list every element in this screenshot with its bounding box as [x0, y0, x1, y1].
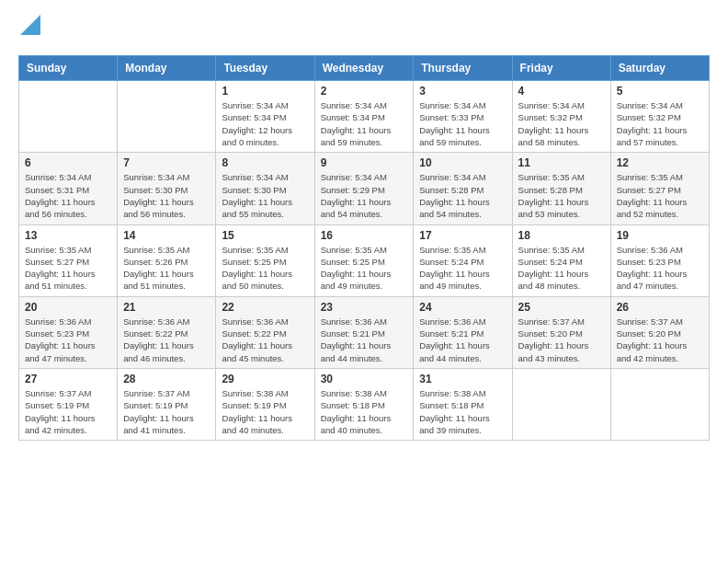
logo: [18, 18, 40, 40]
week-row-4: 20Sunrise: 5:36 AM Sunset: 5:23 PM Dayli…: [19, 296, 710, 368]
cell-content: Sunrise: 5:34 AM Sunset: 5:29 PM Dayligh…: [321, 171, 408, 220]
cell-content: Sunrise: 5:35 AM Sunset: 5:25 PM Dayligh…: [222, 244, 308, 293]
day-number: 18: [518, 229, 605, 242]
calendar-cell: 23Sunrise: 5:36 AM Sunset: 5:21 PM Dayli…: [314, 296, 414, 368]
day-number: 17: [419, 229, 506, 242]
day-number: 2: [321, 85, 408, 98]
calendar-cell: 26Sunrise: 5:37 AM Sunset: 5:20 PM Dayli…: [610, 296, 709, 368]
day-number: 4: [518, 85, 605, 98]
cell-content: Sunrise: 5:36 AM Sunset: 5:21 PM Dayligh…: [321, 316, 408, 364]
calendar-cell: 29Sunrise: 5:38 AM Sunset: 5:19 PM Dayli…: [216, 368, 314, 440]
calendar-cell: 7Sunrise: 5:34 AM Sunset: 5:30 PM Daylig…: [118, 153, 216, 224]
day-number: 20: [25, 301, 111, 314]
day-number: 12: [617, 156, 703, 169]
week-row-5: 27Sunrise: 5:37 AM Sunset: 5:19 PM Dayli…: [19, 368, 710, 440]
day-number: 14: [123, 229, 210, 242]
day-number: 23: [321, 301, 408, 314]
calendar-cell: 17Sunrise: 5:35 AM Sunset: 5:24 PM Dayli…: [414, 224, 512, 296]
cell-content: Sunrise: 5:36 AM Sunset: 5:22 PM Dayligh…: [222, 316, 308, 364]
day-number: 28: [123, 373, 210, 385]
calendar-cell: 12Sunrise: 5:35 AM Sunset: 5:27 PM Dayli…: [610, 153, 709, 224]
page-header: [18, 18, 710, 40]
day-number: 9: [321, 156, 408, 169]
cell-content: Sunrise: 5:35 AM Sunset: 5:24 PM Dayligh…: [518, 244, 605, 293]
day-number: 5: [617, 85, 703, 98]
calendar-cell: 18Sunrise: 5:35 AM Sunset: 5:24 PM Dayli…: [512, 224, 610, 296]
calendar-cell: 6Sunrise: 5:34 AM Sunset: 5:31 PM Daylig…: [19, 153, 118, 224]
cell-content: Sunrise: 5:35 AM Sunset: 5:27 PM Dayligh…: [617, 171, 703, 220]
cell-content: Sunrise: 5:37 AM Sunset: 5:20 PM Dayligh…: [617, 316, 703, 364]
day-number: 11: [518, 156, 605, 169]
day-number: 1: [222, 85, 308, 98]
day-number: 13: [25, 229, 111, 242]
day-number: 30: [321, 373, 408, 385]
week-row-1: 1Sunrise: 5:34 AM Sunset: 5:34 PM Daylig…: [19, 81, 710, 153]
calendar-cell: 4Sunrise: 5:34 AM Sunset: 5:32 PM Daylig…: [512, 81, 610, 153]
cell-content: Sunrise: 5:38 AM Sunset: 5:19 PM Dayligh…: [222, 387, 308, 436]
cell-content: Sunrise: 5:35 AM Sunset: 5:26 PM Dayligh…: [123, 244, 210, 293]
calendar-cell: 20Sunrise: 5:36 AM Sunset: 5:23 PM Dayli…: [19, 296, 118, 368]
week-row-2: 6Sunrise: 5:34 AM Sunset: 5:31 PM Daylig…: [19, 153, 710, 224]
calendar-cell: 13Sunrise: 5:35 AM Sunset: 5:27 PM Dayli…: [19, 224, 118, 296]
cell-content: Sunrise: 5:35 AM Sunset: 5:24 PM Dayligh…: [419, 244, 506, 293]
cell-content: Sunrise: 5:34 AM Sunset: 5:33 PM Dayligh…: [419, 99, 506, 148]
cell-content: Sunrise: 5:34 AM Sunset: 5:32 PM Dayligh…: [518, 99, 605, 148]
calendar-cell: 30Sunrise: 5:38 AM Sunset: 5:18 PM Dayli…: [314, 368, 414, 440]
header-cell-monday: Monday: [118, 56, 216, 81]
cell-content: Sunrise: 5:37 AM Sunset: 5:19 PM Dayligh…: [25, 387, 111, 436]
day-number: 31: [419, 373, 506, 385]
calendar-cell: 24Sunrise: 5:36 AM Sunset: 5:21 PM Dayli…: [414, 296, 512, 368]
cell-content: Sunrise: 5:35 AM Sunset: 5:25 PM Dayligh…: [321, 244, 408, 293]
calendar-cell: 3Sunrise: 5:34 AM Sunset: 5:33 PM Daylig…: [414, 81, 512, 153]
header-cell-thursday: Thursday: [414, 56, 512, 81]
week-row-3: 13Sunrise: 5:35 AM Sunset: 5:27 PM Dayli…: [19, 224, 710, 296]
cell-content: Sunrise: 5:37 AM Sunset: 5:20 PM Dayligh…: [518, 316, 605, 364]
day-number: 3: [419, 85, 506, 98]
calendar-cell: 27Sunrise: 5:37 AM Sunset: 5:19 PM Dayli…: [19, 368, 118, 440]
cell-content: Sunrise: 5:36 AM Sunset: 5:21 PM Dayligh…: [419, 316, 506, 364]
day-number: 19: [617, 229, 703, 242]
calendar-cell: 2Sunrise: 5:34 AM Sunset: 5:34 PM Daylig…: [314, 81, 414, 153]
header-cell-friday: Friday: [512, 56, 610, 81]
calendar-cell: 15Sunrise: 5:35 AM Sunset: 5:25 PM Dayli…: [216, 224, 314, 296]
calendar-cell: [610, 368, 709, 440]
cell-content: Sunrise: 5:37 AM Sunset: 5:19 PM Dayligh…: [123, 387, 210, 436]
calendar-cell: [19, 81, 118, 153]
calendar-cell: 8Sunrise: 5:34 AM Sunset: 5:30 PM Daylig…: [216, 153, 314, 224]
cell-content: Sunrise: 5:34 AM Sunset: 5:30 PM Dayligh…: [222, 171, 308, 220]
calendar-cell: 28Sunrise: 5:37 AM Sunset: 5:19 PM Dayli…: [118, 368, 216, 440]
cell-content: Sunrise: 5:38 AM Sunset: 5:18 PM Dayligh…: [419, 387, 506, 436]
cell-content: Sunrise: 5:34 AM Sunset: 5:34 PM Dayligh…: [222, 99, 308, 148]
svg-marker-0: [20, 15, 40, 35]
calendar-cell: 5Sunrise: 5:34 AM Sunset: 5:32 PM Daylig…: [610, 81, 709, 153]
calendar-cell: 16Sunrise: 5:35 AM Sunset: 5:25 PM Dayli…: [314, 224, 414, 296]
calendar-cell: [512, 368, 610, 440]
calendar-cell: 22Sunrise: 5:36 AM Sunset: 5:22 PM Dayli…: [216, 296, 314, 368]
day-number: 29: [222, 373, 308, 385]
day-number: 16: [321, 229, 408, 242]
day-number: 26: [617, 301, 703, 314]
calendar-cell: 9Sunrise: 5:34 AM Sunset: 5:29 PM Daylig…: [314, 153, 414, 224]
header-cell-sunday: Sunday: [19, 56, 118, 81]
day-number: 21: [123, 301, 210, 314]
calendar-cell: 21Sunrise: 5:36 AM Sunset: 5:22 PM Dayli…: [118, 296, 216, 368]
cell-content: Sunrise: 5:34 AM Sunset: 5:34 PM Dayligh…: [321, 99, 408, 148]
day-number: 15: [222, 229, 308, 242]
cell-content: Sunrise: 5:35 AM Sunset: 5:28 PM Dayligh…: [518, 171, 605, 220]
day-number: 24: [419, 301, 506, 314]
cell-content: Sunrise: 5:34 AM Sunset: 5:32 PM Dayligh…: [617, 99, 703, 148]
cell-content: Sunrise: 5:35 AM Sunset: 5:27 PM Dayligh…: [25, 244, 111, 293]
cell-content: Sunrise: 5:36 AM Sunset: 5:23 PM Dayligh…: [25, 316, 111, 364]
calendar-cell: 11Sunrise: 5:35 AM Sunset: 5:28 PM Dayli…: [512, 153, 610, 224]
header-cell-tuesday: Tuesday: [216, 56, 314, 81]
cell-content: Sunrise: 5:34 AM Sunset: 5:31 PM Dayligh…: [25, 171, 111, 220]
calendar-cell: 19Sunrise: 5:36 AM Sunset: 5:23 PM Dayli…: [610, 224, 709, 296]
day-number: 27: [25, 373, 111, 385]
calendar-cell: 1Sunrise: 5:34 AM Sunset: 5:34 PM Daylig…: [216, 81, 314, 153]
calendar-cell: [118, 81, 216, 153]
calendar-cell: 25Sunrise: 5:37 AM Sunset: 5:20 PM Dayli…: [512, 296, 610, 368]
calendar-cell: 10Sunrise: 5:34 AM Sunset: 5:28 PM Dayli…: [414, 153, 512, 224]
cell-content: Sunrise: 5:38 AM Sunset: 5:18 PM Dayligh…: [321, 387, 408, 436]
header-cell-wednesday: Wednesday: [314, 56, 414, 81]
day-number: 25: [518, 301, 605, 314]
